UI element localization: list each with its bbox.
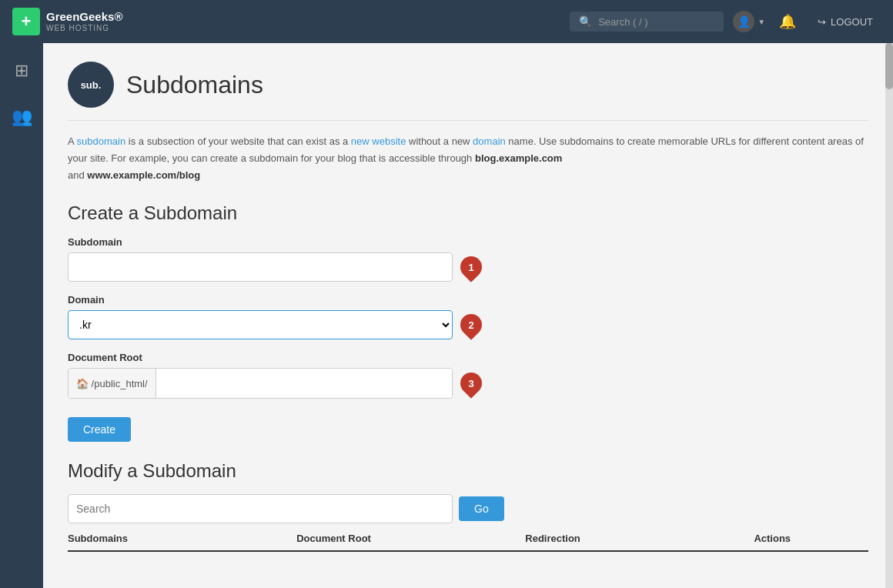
page-header: sub. Subdomains <box>68 62 868 121</box>
search-bar[interactable]: 🔍 <box>570 12 724 32</box>
logout-label: LOGOUT <box>831 16 873 28</box>
step-badge-2-label: 2 <box>468 319 473 331</box>
desc-link-new-website: new website <box>351 135 406 147</box>
page-description: A subdomain is a subsection of your webs… <box>68 133 868 184</box>
desc-link-domain: domain <box>473 135 506 147</box>
subdomain-label: Subdomain <box>68 236 868 248</box>
subdomain-input[interactable] <box>68 252 453 282</box>
step-badge-1-label: 1 <box>468 262 473 273</box>
go-button[interactable]: Go <box>459 496 504 521</box>
docroot-label: Document Root <box>68 352 868 363</box>
page-title: Subdomains <box>126 71 263 99</box>
docroot-row: 🏠 /public_html/ 3 <box>68 368 868 399</box>
user-icon: 👤 <box>737 15 751 28</box>
sidebar: ⊞ 👥 <box>0 43 43 588</box>
logo-area: + GreenGeeks® WEB HOSTING <box>12 8 122 35</box>
users-icon: 👥 <box>12 107 32 127</box>
search-input[interactable] <box>598 16 714 28</box>
modify-section-title: Modify a Subdomain <box>68 460 868 482</box>
page-icon-text: sub. <box>81 79 102 91</box>
brand-tagline: WEB HOSTING <box>46 24 122 32</box>
col-subdomains: Subdomains <box>68 533 296 544</box>
logout-icon: ↪ <box>818 16 826 28</box>
logo-text: GreenGeeks® WEB HOSTING <box>46 11 122 32</box>
docroot-field-group: Document Root 🏠 /public_html/ 3 <box>68 352 868 399</box>
docroot-input[interactable] <box>156 369 452 398</box>
subdomain-field-group: Subdomain 1 <box>68 236 868 282</box>
brand-name: GreenGeeks® <box>46 11 122 24</box>
step-badge-1: 1 <box>456 252 487 282</box>
col-redirection: Redirection <box>525 533 754 544</box>
search-icon: 🔍 <box>579 15 592 28</box>
step-badge-3-label: 3 <box>468 378 473 389</box>
modify-search-row: Go <box>68 494 868 523</box>
chevron-down-icon: ▼ <box>758 18 765 26</box>
main-content: sub. Subdomains A subdomain is a subsect… <box>43 43 893 588</box>
step-badge-3: 3 <box>456 368 487 399</box>
sidebar-item-users[interactable]: 👥 <box>6 102 37 132</box>
create-button[interactable]: Create <box>68 417 131 442</box>
top-navigation: + GreenGeeks® WEB HOSTING 🔍 👤 ▼ 🔔 ↪ LOGO… <box>0 0 893 43</box>
docroot-prefix: 🏠 /public_html/ <box>69 369 156 398</box>
domain-row: .kr 2 <box>68 310 868 339</box>
table-header: Subdomains Document Root Redirection Act… <box>68 533 868 552</box>
domain-select[interactable]: .kr <box>68 310 453 339</box>
scrollbar-track[interactable] <box>885 43 893 588</box>
grid-icon: ⊞ <box>15 61 28 81</box>
desc-link-subdomain: subdomain <box>77 135 126 147</box>
docroot-group: 🏠 /public_html/ <box>68 368 453 399</box>
modify-search-input[interactable] <box>68 494 453 523</box>
logo-plus-icon: + <box>12 8 40 35</box>
page-icon: sub. <box>68 62 114 108</box>
col-actions: Actions <box>754 533 868 544</box>
avatar: 👤 <box>733 11 754 32</box>
user-menu[interactable]: 👤 ▼ <box>733 11 765 32</box>
col-docroot: Document Root <box>296 533 525 544</box>
subdomain-row: 1 <box>68 252 868 282</box>
desc-bold-1: blog.example.com <box>475 152 562 164</box>
scrollbar-thumb[interactable] <box>885 43 893 89</box>
create-section-title: Create a Subdomain <box>68 202 868 224</box>
domain-label: Domain <box>68 294 868 306</box>
notification-bell[interactable]: 🔔 <box>774 13 801 30</box>
sidebar-item-grid[interactable]: ⊞ <box>6 55 37 86</box>
desc-bold-2: www.example.com/blog <box>87 169 200 181</box>
domain-field-group: Domain .kr 2 <box>68 294 868 339</box>
logout-button[interactable]: ↪ LOGOUT <box>810 12 881 32</box>
step-badge-2: 2 <box>456 309 487 340</box>
